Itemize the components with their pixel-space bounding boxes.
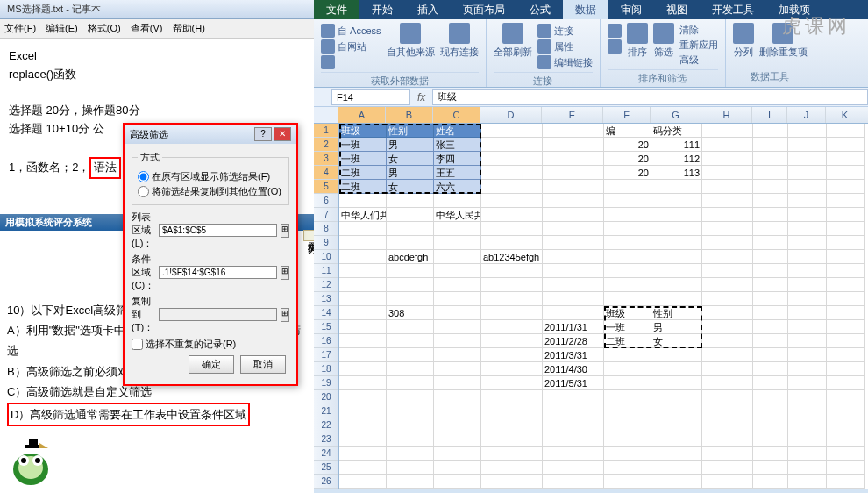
cell[interactable]	[481, 461, 543, 475]
menu-edit[interactable]: 编辑(E)	[46, 23, 78, 33]
cell[interactable]	[434, 390, 481, 404]
tab-home[interactable]: 开始	[359, 0, 405, 19]
cell[interactable]	[387, 278, 434, 292]
cell[interactable]	[481, 362, 543, 376]
cell[interactable]	[604, 475, 651, 489]
cell[interactable]	[434, 222, 481, 236]
cell[interactable]	[434, 348, 481, 362]
sort-button[interactable]: 排序	[627, 23, 648, 68]
cell[interactable]	[481, 264, 543, 278]
cell[interactable]: 2011/3/31	[543, 348, 604, 362]
text-to-columns-button[interactable]: 分列	[733, 23, 754, 66]
cell[interactable]	[702, 390, 753, 404]
cell[interactable]	[481, 208, 543, 222]
help-button[interactable]: ?	[254, 127, 272, 141]
cell[interactable]	[753, 376, 788, 390]
range-picker-icon[interactable]: ⊞	[281, 266, 289, 280]
tab-dev[interactable]: 开发工具	[700, 0, 766, 19]
cell[interactable]	[827, 348, 865, 362]
worksheet[interactable]: A B C D E F G H I J K 123456789101112131…	[314, 107, 868, 489]
cell[interactable]	[339, 376, 387, 390]
cell[interactable]	[543, 208, 604, 222]
cell[interactable]: 性别	[651, 306, 702, 320]
cell[interactable]	[604, 404, 651, 418]
cell[interactable]	[827, 447, 865, 461]
menu-format[interactable]: 格式(O)	[88, 23, 121, 33]
filter-copy-radio[interactable]	[138, 186, 149, 197]
cell[interactable]	[788, 432, 827, 447]
cell[interactable]: 编	[604, 124, 651, 138]
cell[interactable]	[753, 362, 788, 376]
cell[interactable]	[651, 208, 702, 222]
cell[interactable]	[702, 362, 753, 376]
criteria-range-input[interactable]	[159, 266, 277, 279]
cell[interactable]	[543, 264, 604, 278]
cell[interactable]: 20	[604, 152, 651, 166]
cell[interactable]	[387, 404, 434, 418]
cell[interactable]	[827, 138, 865, 152]
option-d-highlighted[interactable]: D）高级筛选通常需要在工作表中设置条件区域	[7, 403, 250, 426]
cell[interactable]	[339, 475, 387, 489]
cell[interactable]	[434, 432, 481, 447]
cell[interactable]	[827, 124, 865, 138]
cell[interactable]	[788, 124, 827, 138]
cell[interactable]	[387, 320, 434, 334]
cell[interactable]	[827, 404, 865, 418]
cell[interactable]	[651, 362, 702, 376]
cancel-button[interactable]: 取消	[240, 355, 286, 374]
cell[interactable]	[604, 348, 651, 362]
cell[interactable]	[788, 362, 827, 376]
cell[interactable]	[434, 278, 481, 292]
col-header[interactable]: A	[338, 107, 386, 123]
cell[interactable]	[827, 292, 865, 306]
cell[interactable]	[387, 461, 434, 475]
cell[interactable]	[543, 124, 604, 138]
cell[interactable]	[387, 418, 434, 432]
cell[interactable]: 2011/1/31	[543, 320, 604, 334]
cell[interactable]	[434, 320, 481, 334]
cell[interactable]	[651, 348, 702, 362]
row-header[interactable]: 5	[314, 180, 338, 194]
sort-za-button[interactable]	[608, 39, 622, 54]
cell[interactable]	[827, 250, 865, 264]
cell[interactable]: 一班	[339, 152, 387, 166]
cell[interactable]	[827, 152, 865, 166]
cell[interactable]	[604, 208, 651, 222]
cell[interactable]	[827, 334, 865, 348]
cell[interactable]	[604, 264, 651, 278]
cell[interactable]	[543, 447, 604, 461]
cell[interactable]	[788, 320, 827, 334]
col-header[interactable]: C	[433, 107, 480, 123]
cell[interactable]	[753, 222, 788, 236]
cell[interactable]	[604, 376, 651, 390]
col-header[interactable]: F	[603, 107, 651, 123]
row-header[interactable]: 13	[314, 292, 338, 306]
sort-az-button[interactable]	[608, 23, 622, 39]
cell[interactable]: 男	[651, 320, 702, 334]
cell[interactable]	[651, 447, 702, 461]
cell[interactable]	[481, 432, 543, 447]
tab-review[interactable]: 审阅	[608, 0, 654, 19]
cell[interactable]	[481, 278, 543, 292]
cell[interactable]	[702, 138, 753, 152]
cell[interactable]	[702, 376, 753, 390]
cell[interactable]	[543, 404, 604, 418]
cell[interactable]	[788, 138, 827, 152]
range-picker-icon[interactable]: ⊞	[281, 308, 289, 322]
cell[interactable]	[702, 236, 753, 250]
cell[interactable]	[434, 264, 481, 278]
connections-button[interactable]: 连接	[537, 23, 593, 39]
cell[interactable]	[753, 208, 788, 222]
cell[interactable]	[702, 292, 753, 306]
col-header[interactable]: H	[701, 107, 752, 123]
cell[interactable]	[339, 461, 387, 475]
row-header[interactable]: 20	[314, 390, 338, 404]
formula-bar[interactable]	[432, 89, 868, 105]
cell[interactable]	[339, 418, 387, 432]
cell[interactable]: 中华人民共和国	[434, 208, 481, 222]
row-header[interactable]: 3	[314, 152, 338, 166]
cell[interactable]	[702, 250, 753, 264]
cell[interactable]	[604, 278, 651, 292]
cell[interactable]	[339, 447, 387, 461]
cell[interactable]: 姓名	[434, 124, 481, 138]
